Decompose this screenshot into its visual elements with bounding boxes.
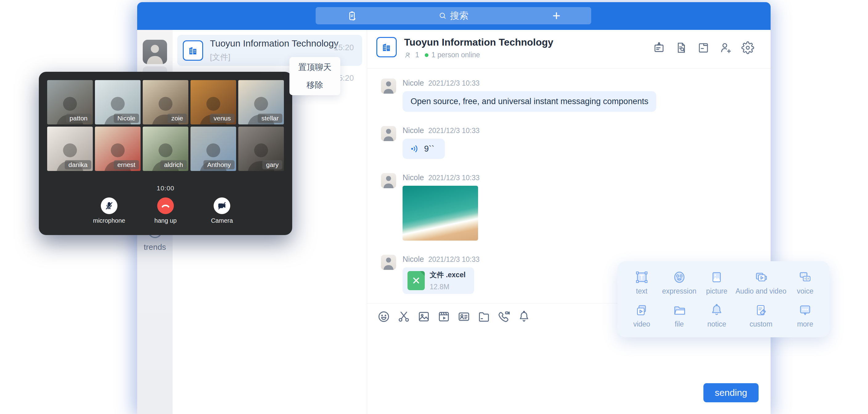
call-log-icon[interactable] xyxy=(346,10,358,23)
screenshot-scissors-icon[interactable] xyxy=(397,310,410,323)
message-voice: Nicole 2021/12/3 10:33 xyxy=(381,126,771,159)
message-time: 2021/12/3 10:33 xyxy=(428,127,479,135)
panel-item-more[interactable]: more xyxy=(786,303,824,328)
participant-name: danika xyxy=(65,160,91,169)
participant-grid: patton Nicole zoie venus stellar danika xyxy=(39,72,292,171)
sender-avatar[interactable] xyxy=(381,173,396,188)
panel-item-video[interactable]: video xyxy=(623,303,660,328)
participant-name: aldrich xyxy=(160,160,187,169)
participant-name: stellar xyxy=(258,114,282,123)
send-button[interactable]: sending xyxy=(704,383,758,402)
panel-item-expression[interactable]: expression xyxy=(660,270,698,295)
panel-label: video xyxy=(633,320,650,328)
chat-record-search-icon[interactable] xyxy=(675,41,688,55)
expression-icon xyxy=(672,270,687,285)
send-video-icon[interactable] xyxy=(437,310,451,323)
message-type-panel: text expression picture xyxy=(617,261,830,337)
menu-item-remove[interactable]: 移除 xyxy=(289,77,340,93)
members-icon xyxy=(404,51,412,59)
chat-title: Tuoyun Information Technology xyxy=(404,37,553,48)
panel-label: Audio and video xyxy=(736,287,786,295)
audio-video-icon xyxy=(754,270,769,285)
voice-duration: 9`` xyxy=(424,144,434,154)
search-icon xyxy=(438,11,447,20)
participant-name: ernest xyxy=(114,160,139,169)
search-placeholder: 搜索 xyxy=(450,9,468,22)
participant-video-tile: Nicole xyxy=(95,80,141,124)
send-file-folder-icon[interactable] xyxy=(477,310,491,323)
voice-icon xyxy=(798,270,812,285)
menu-item-pin-chat[interactable]: 置顶聊天 xyxy=(289,59,340,75)
my-avatar[interactable] xyxy=(143,40,167,64)
building-icon xyxy=(187,44,199,57)
text-icon xyxy=(634,270,649,285)
participant-video-tile: ernest xyxy=(95,127,141,171)
audio-video-call-icon[interactable] xyxy=(497,310,511,323)
voice-message-bubble[interactable]: 9`` xyxy=(403,138,445,159)
file-name: 文件 .excel xyxy=(430,270,465,280)
notification-bell-icon[interactable] xyxy=(517,310,531,323)
sender-name: Nicole xyxy=(403,173,424,182)
group-files-icon[interactable] xyxy=(696,41,710,55)
panel-item-text[interactable]: text xyxy=(623,270,660,295)
building-icon xyxy=(380,41,393,53)
panel-item-file[interactable]: file xyxy=(660,303,698,328)
participant-name: zoie xyxy=(167,114,187,123)
participant-name: Nicole xyxy=(114,114,139,123)
contact-card-icon[interactable] xyxy=(457,310,471,323)
settings-gear-icon[interactable] xyxy=(741,41,754,55)
page: 搜索 + trends xyxy=(0,0,868,414)
panel-item-picture[interactable]: picture xyxy=(698,270,736,295)
camera-muted-icon xyxy=(217,201,226,211)
sender-avatar[interactable] xyxy=(381,126,396,141)
panel-item-audio-video[interactable]: Audio and video xyxy=(736,270,786,295)
sender-avatar[interactable] xyxy=(381,78,396,94)
participant-name: patton xyxy=(66,114,91,123)
search-bar[interactable]: 搜索 + xyxy=(316,7,591,24)
sender-name: Nicole xyxy=(403,78,424,88)
notice-bell-icon xyxy=(709,303,724,318)
conversation-time: 15:20 xyxy=(334,43,354,52)
call-timer: 10:00 xyxy=(39,185,292,192)
notice-board-icon[interactable] xyxy=(652,41,666,55)
emoji-icon[interactable] xyxy=(377,310,391,323)
add-button[interactable]: + xyxy=(552,8,560,23)
file-message-bubble[interactable]: ✕ 文件 .excel 12.8M xyxy=(403,267,474,294)
panel-label: voice xyxy=(797,287,813,295)
microphone-label: microphone xyxy=(93,217,125,224)
panel-label: notice xyxy=(707,320,726,328)
microphone-toggle[interactable]: microphone xyxy=(91,197,128,224)
send-image-icon[interactable] xyxy=(417,310,431,323)
hang-up-label: hang up xyxy=(154,217,177,224)
participant-video-tile: patton xyxy=(47,80,93,124)
call-controls: microphone hang up Camer xyxy=(39,197,292,224)
participant-video-tile: gary xyxy=(238,127,284,171)
panel-item-voice[interactable]: voice xyxy=(786,270,824,295)
participant-video-tile: venus xyxy=(190,80,236,124)
sender-name: Nicole xyxy=(403,126,424,135)
participant-name: venus xyxy=(210,114,235,123)
sender-name: Nicole xyxy=(403,255,424,264)
online-dot xyxy=(425,53,429,57)
member-count: 1 xyxy=(415,51,419,59)
text-message-bubble: Open source, free, and universal instant… xyxy=(403,91,656,112)
trends-label: trends xyxy=(137,243,173,252)
group-avatar xyxy=(183,40,203,61)
panel-item-custom[interactable]: custom xyxy=(736,303,786,328)
message-input-area[interactable]: sending xyxy=(367,329,771,414)
add-member-icon[interactable] xyxy=(719,41,733,55)
camera-toggle[interactable]: Camera xyxy=(204,197,241,224)
participant-video-tile: danika xyxy=(47,127,93,171)
hang-up-button[interactable]: hang up xyxy=(147,197,184,224)
participant-name: gary xyxy=(262,160,282,169)
message-time: 2021/12/3 10:33 xyxy=(428,174,479,182)
participant-video-tile: stellar xyxy=(238,80,284,124)
message-image: Nicole 2021/12/3 10:33 xyxy=(381,173,771,241)
panel-label: expression xyxy=(662,287,696,295)
sender-avatar[interactable] xyxy=(381,255,396,270)
image-message-beach-photo[interactable] xyxy=(403,186,478,241)
panel-label: file xyxy=(675,320,684,328)
top-bar: 搜索 + xyxy=(137,2,771,30)
panel-item-notice[interactable]: notice xyxy=(698,303,736,328)
panel-label: custom xyxy=(750,320,772,328)
